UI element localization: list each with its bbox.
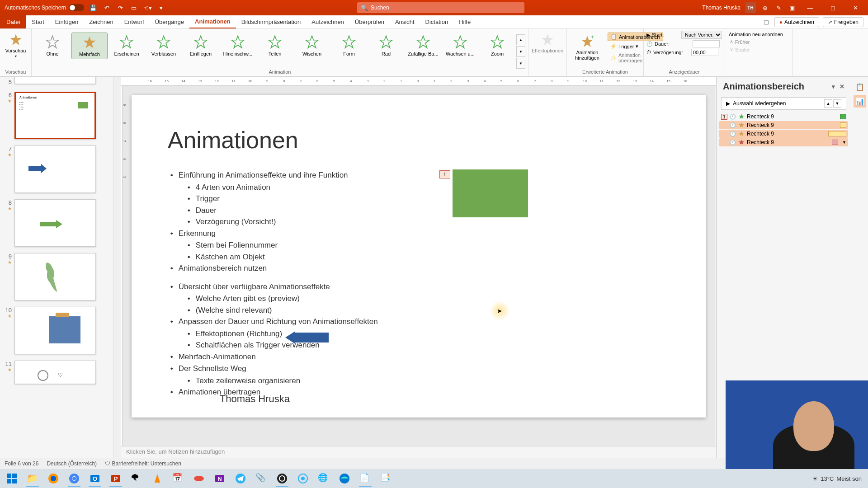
touch-icon[interactable]: ☜▾ (143, 3, 152, 12)
blue-arrow-shape[interactable] (285, 331, 329, 344)
undo-icon[interactable]: ↶ (102, 3, 111, 12)
maximize-button[interactable]: ◻ (824, 0, 842, 15)
globe-icon[interactable]: ⊕ (760, 3, 769, 12)
anim-flyin[interactable]: Einfliegen (183, 33, 219, 58)
taskbar-outlook[interactable]: O (85, 470, 105, 487)
taskbar-app-14[interactable] (293, 470, 313, 487)
taskbar-app-12[interactable]: 📎 (251, 470, 271, 487)
window-icon[interactable]: ▣ (788, 3, 797, 12)
tab-transitions[interactable]: Übergänge (150, 15, 189, 28)
user-avatar[interactable]: TH (745, 2, 756, 13)
slide-title[interactable]: Animationen (168, 127, 298, 154)
taskbar-explorer[interactable]: 📁 (23, 470, 42, 487)
pane-dropdown-icon[interactable]: ▾ (832, 83, 835, 90)
tab-help[interactable]: Hilfe (453, 15, 476, 28)
animation-tag[interactable]: 1 (439, 170, 450, 178)
slide-thumb-8[interactable] (14, 199, 96, 247)
green-rectangle-shape[interactable] (453, 169, 528, 217)
autosave-toggle[interactable] (69, 4, 84, 11)
qat-more-icon[interactable]: ▾ (156, 3, 165, 12)
thumbnail-panel[interactable]: 5 6★Animationen• xxx• xxx• xxx• xxx 7★ 8… (0, 77, 113, 458)
notes-placeholder[interactable]: Klicken Sie, um Notizen hinzuzufügen (121, 446, 716, 458)
play-selection[interactable]: Auswahl wiedergeben (733, 100, 786, 107)
anim-appear[interactable]: Erscheinen (108, 33, 145, 58)
slide-thumb-10[interactable] (14, 307, 96, 354)
tab-slideshow[interactable]: Bildschirmpräsentation (236, 15, 307, 28)
anim-multiple[interactable]: Mehrfach (71, 33, 108, 59)
slide-thumb-11[interactable]: ♡ (14, 361, 96, 384)
taskbar-onenote[interactable]: N (210, 470, 230, 487)
tab-animations[interactable]: Animationen (189, 15, 236, 28)
gallery-up[interactable]: ▲ (516, 34, 525, 45)
drawing-icon[interactable]: ✎ (774, 3, 783, 12)
tab-record[interactable]: Aufzeichnen (306, 15, 349, 28)
minimize-button[interactable]: — (801, 0, 819, 15)
anim-item-3[interactable]: 🕐 Rechteck 9 (719, 130, 848, 138)
slide-thumb-5[interactable] (14, 77, 96, 84)
slide-thumb-9[interactable] (14, 253, 96, 300)
tab-insert[interactable]: Einfügen (50, 15, 84, 28)
record-button[interactable]: ●Aufzeichnen (774, 17, 819, 27)
slide-counter[interactable]: Folie 6 von 26 (5, 460, 38, 467)
redo-icon[interactable]: ↷ (116, 3, 125, 12)
anim-item-2[interactable]: 🕐 Rechteck 9 (719, 121, 848, 129)
tab-design[interactable]: Entwurf (119, 15, 150, 28)
anim-zoom[interactable]: Zoom (479, 33, 515, 58)
author-text[interactable]: Thomas Hruska (220, 393, 290, 405)
preview-button[interactable]: Vorschau ▾ (4, 31, 28, 60)
taskbar-app-15[interactable]: 🌐 (314, 470, 334, 487)
taskbar-app-8[interactable]: 📅 (168, 470, 188, 487)
tab-review[interactable]: Überprüfen (349, 15, 390, 28)
tab-start[interactable]: Start (26, 15, 49, 28)
slide-canvas[interactable]: Animationen Einführung in Animationseffe… (132, 95, 706, 418)
taskbar-telegram[interactable] (231, 470, 250, 487)
taskbar-chrome[interactable] (64, 470, 84, 487)
save-icon[interactable]: 💾 (89, 3, 98, 12)
taskbar-obs[interactable] (272, 470, 292, 487)
taskbar-app-9[interactable] (189, 470, 209, 487)
start-select[interactable]: Nach Vorher... (681, 31, 722, 39)
move-down-icon[interactable]: ▼ (833, 99, 841, 108)
slide-thumb-7[interactable] (14, 145, 96, 193)
pane-close-icon[interactable]: ✕ (840, 83, 844, 90)
taskbar-firefox[interactable] (43, 470, 63, 487)
anim-grow[interactable]: Wachsen u... (442, 33, 478, 58)
taskbar-vlc[interactable] (147, 470, 167, 487)
anim-split[interactable]: Teilen (257, 33, 293, 58)
move-earlier[interactable]: ∧ Früher (728, 38, 790, 46)
duration-input[interactable] (693, 40, 720, 47)
language[interactable]: Deutsch (Österreich) (47, 460, 97, 467)
weather-widget[interactable]: ☀ 13°C Meist son (812, 475, 866, 482)
slideshow-icon[interactable]: ▭ (129, 3, 138, 12)
anim-item-1[interactable]: 1 🕐 Rechteck 9 (719, 113, 848, 121)
anim-none[interactable]: Ohne (34, 33, 71, 58)
anim-floatin[interactable]: Hineinschw... (220, 33, 256, 58)
anim-item-4[interactable]: 🕐 Rechteck 9 ▼ (719, 138, 848, 146)
anim-wipe[interactable]: Wischen (294, 33, 330, 58)
gallery-more[interactable]: ▼ (516, 58, 525, 69)
collapse-ribbon-icon[interactable]: ▢ (762, 18, 771, 27)
start-menu[interactable] (2, 470, 22, 487)
share-button[interactable]: ↗Freigeben (823, 17, 863, 27)
add-animation[interactable]: + Animation hinzufügen (570, 33, 605, 64)
taskbar-app-6[interactable]: 🌪 (127, 470, 146, 487)
taskbar-powerpoint[interactable]: P (106, 470, 126, 487)
gallery-down[interactable]: ▼ (516, 46, 525, 57)
search-input[interactable] (371, 5, 521, 11)
chevron-down-icon[interactable]: ▼ (842, 140, 846, 145)
taskbar-app-17[interactable]: 📄 (355, 470, 375, 487)
search-box[interactable]: 🔍 (357, 2, 524, 13)
close-button[interactable]: ✕ (846, 0, 864, 15)
taskbar-app-18[interactable]: 📑 (376, 470, 396, 487)
tab-draw[interactable]: Zeichnen (84, 15, 118, 28)
taskbar-edge[interactable] (335, 470, 354, 487)
delay-input[interactable] (691, 49, 718, 56)
move-up-icon[interactable]: ▲ (824, 99, 832, 108)
rightbar-btn-2[interactable]: 📊 (854, 95, 866, 108)
thumb-scrollbar[interactable] (113, 77, 121, 458)
anim-fade[interactable]: Verblassen (146, 33, 182, 58)
file-tab[interactable]: Datei (0, 15, 26, 28)
anim-randombars[interactable]: Zufällige Ba... (405, 33, 441, 58)
slide-vscrollbar[interactable] (715, 86, 716, 446)
accessibility[interactable]: 🛡 Barrierefreiheit: Untersuchen (105, 460, 181, 467)
